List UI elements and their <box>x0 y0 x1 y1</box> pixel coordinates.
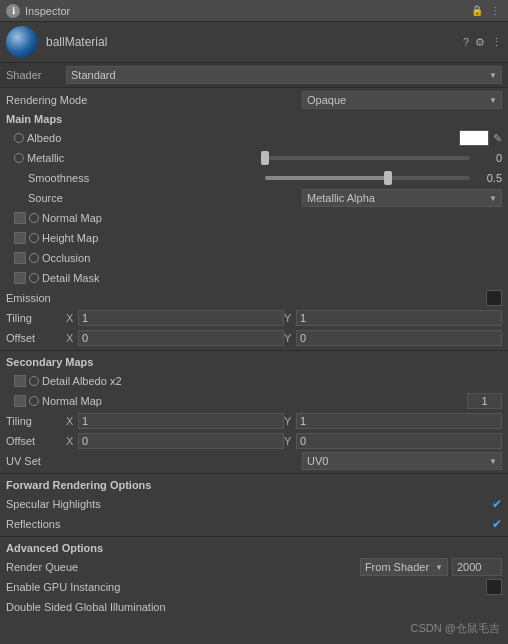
rendering-mode-dropdown[interactable]: Opaque ▼ <box>302 91 502 109</box>
tiling-xy-group: X 1 Y 1 <box>66 310 502 326</box>
lock-button[interactable]: 🔒 <box>470 4 484 18</box>
secondary-tiling-y-letter: Y <box>284 415 294 427</box>
offset-x-input[interactable]: 0 <box>78 330 284 346</box>
tiling-x-letter: X <box>66 312 76 324</box>
detail-albedo-checkbox[interactable] <box>14 375 26 387</box>
source-dropdown[interactable]: Metallic Alpha ▼ <box>302 189 502 207</box>
smoothness-row: Smoothness 0.5 <box>0 168 508 188</box>
secondary-offset-y-item: Y 0 <box>284 433 502 449</box>
secondary-normal-map-value[interactable]: 1 <box>467 393 502 409</box>
secondary-normal-map-checkbox[interactable] <box>14 395 26 407</box>
divider-1 <box>0 350 508 351</box>
normal-map-checkbox[interactable] <box>14 212 26 224</box>
secondary-offset-y-letter: Y <box>284 435 294 447</box>
albedo-row: Albedo ✎ <box>0 128 508 148</box>
smoothness-slider-thumb[interactable] <box>384 171 392 185</box>
shader-dropdown-arrow: ▼ <box>489 71 497 80</box>
offset-y-item: Y 0 <box>284 330 502 346</box>
normal-map-row: Normal Map <box>0 208 508 228</box>
forward-rendering-header: Forward Rendering Options <box>0 476 508 494</box>
reflections-checkmark[interactable]: ✔ <box>492 517 502 531</box>
metallic-slider-thumb[interactable] <box>261 151 269 165</box>
main-maps-header: Main Maps <box>0 110 508 128</box>
material-header-actions: ? ⚙ ⋮ <box>463 36 502 49</box>
tiling-y-input[interactable]: 1 <box>296 310 502 326</box>
gpu-instancing-row: Enable GPU Instancing <box>0 577 508 597</box>
reflections-label: Reflections <box>6 518 492 530</box>
double-sided-row: Double Sided Global Illumination <box>0 597 508 617</box>
secondary-offset-xy-group: X 0 Y 0 <box>66 433 502 449</box>
secondary-normal-map-dot-icon <box>29 396 39 406</box>
tiling-y-item: Y 1 <box>284 310 502 326</box>
detail-albedo-dot-icon <box>29 376 39 386</box>
occlusion-checkbox[interactable] <box>14 252 26 264</box>
offset-x-letter: X <box>66 332 76 344</box>
offset-x-item: X 0 <box>66 330 284 346</box>
title-bar: ℹ Inspector 🔒 ⋮ <box>0 0 508 22</box>
secondary-tiling-y-input[interactable]: 1 <box>296 413 502 429</box>
render-queue-value: From Shader <box>365 561 429 573</box>
detail-albedo-label: Detail Albedo x2 <box>42 375 502 387</box>
specular-highlights-label: Specular Highlights <box>6 498 492 510</box>
material-name: ballMaterial <box>46 35 463 49</box>
metallic-slider-container: 0 <box>265 152 503 164</box>
secondary-tiling-x-item: X 1 <box>66 413 284 429</box>
occlusion-row: Occlusion <box>0 248 508 268</box>
uv-set-dropdown[interactable]: UV0 ▼ <box>302 452 502 470</box>
metallic-label: Metallic <box>27 152 265 164</box>
render-queue-dropdown[interactable]: From Shader ▼ <box>360 558 448 576</box>
reflections-row: Reflections ✔ <box>0 514 508 534</box>
secondary-offset-x-letter: X <box>66 435 76 447</box>
shader-dropdown[interactable]: Standard ▼ <box>66 66 502 84</box>
settings-icon[interactable]: ⚙ <box>475 36 485 49</box>
albedo-color-swatch[interactable] <box>459 130 489 146</box>
more-icon[interactable]: ⋮ <box>491 36 502 49</box>
gpu-instancing-checkbox[interactable] <box>486 579 502 595</box>
uv-set-value: UV0 <box>307 455 328 467</box>
source-row: Source Metallic Alpha ▼ <box>0 188 508 208</box>
metallic-slider-track[interactable] <box>265 156 471 160</box>
secondary-normal-map-row: Normal Map 1 <box>0 391 508 411</box>
metallic-value: 0 <box>474 152 502 164</box>
smoothness-label: Smoothness <box>28 172 265 184</box>
smoothness-slider-track[interactable] <box>265 176 470 180</box>
tiling-x-input[interactable]: 1 <box>78 310 284 326</box>
menu-button[interactable]: ⋮ <box>488 4 502 18</box>
help-icon[interactable]: ? <box>463 36 469 48</box>
normal-map-dot-icon <box>29 213 39 223</box>
render-queue-number[interactable]: 2000 <box>452 558 502 576</box>
divider-2 <box>0 473 508 474</box>
smoothness-slider-container: 0.5 <box>265 172 502 184</box>
emission-color-box[interactable] <box>486 290 502 306</box>
metallic-row: Metallic 0 <box>0 148 508 168</box>
offset-row: Offset X 0 Y 0 <box>0 328 508 348</box>
tiling-x-item: X 1 <box>66 310 284 326</box>
smoothness-value: 0.5 <box>474 172 502 184</box>
secondary-tiling-x-letter: X <box>66 415 76 427</box>
secondary-offset-y-input[interactable]: 0 <box>296 433 502 449</box>
albedo-control: ✎ <box>459 130 502 146</box>
material-preview-sphere <box>6 26 38 58</box>
inspector-content: Rendering Mode Opaque ▼ Main Maps Albedo… <box>0 88 508 642</box>
emission-row: Emission <box>0 288 508 308</box>
emission-label: Emission <box>6 292 486 304</box>
detail-albedo-row: Detail Albedo x2 <box>0 371 508 391</box>
secondary-offset-label: Offset <box>6 435 66 447</box>
shader-row: Shader Standard ▼ <box>0 63 508 88</box>
detail-mask-label: Detail Mask <box>42 272 502 284</box>
secondary-offset-x-input[interactable]: 0 <box>78 433 284 449</box>
material-header: ballMaterial ? ⚙ ⋮ <box>0 22 508 63</box>
offset-y-input[interactable]: 0 <box>296 330 502 346</box>
rendering-mode-row: Rendering Mode Opaque ▼ <box>0 90 508 110</box>
detail-mask-checkbox[interactable] <box>14 272 26 284</box>
inspector-icon: ℹ <box>6 4 20 18</box>
title-bar-actions: 🔒 ⋮ <box>470 4 502 18</box>
smoothness-slider-fill <box>265 176 388 180</box>
secondary-tiling-x-input[interactable]: 1 <box>78 413 284 429</box>
height-map-checkbox[interactable] <box>14 232 26 244</box>
color-picker-icon[interactable]: ✎ <box>493 132 502 145</box>
specular-highlights-checkmark[interactable]: ✔ <box>492 497 502 511</box>
source-dropdown-arrow: ▼ <box>489 194 497 203</box>
rendering-mode-label: Rendering Mode <box>6 94 302 106</box>
detail-mask-row: Detail Mask <box>0 268 508 288</box>
